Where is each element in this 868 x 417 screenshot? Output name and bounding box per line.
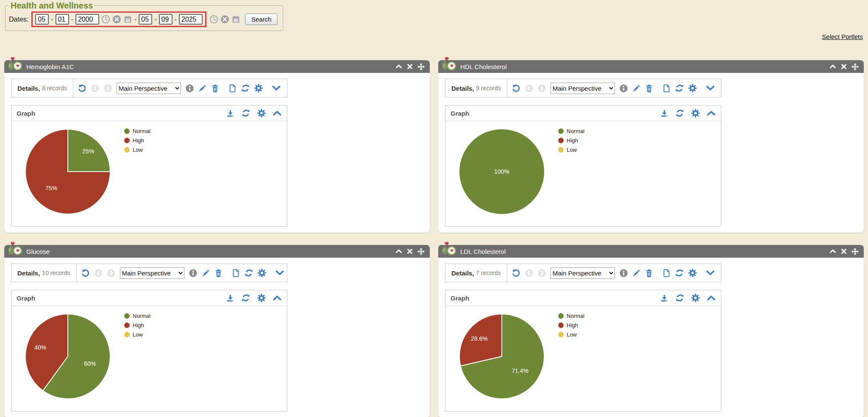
info-icon[interactable]	[619, 269, 628, 278]
new-document-icon[interactable]	[231, 269, 240, 278]
download-icon[interactable]	[226, 294, 235, 303]
new-document-icon[interactable]	[662, 84, 671, 93]
graph-refresh-icon[interactable]	[241, 293, 250, 303]
delete-icon[interactable]	[211, 84, 220, 93]
settings-icon[interactable]	[688, 83, 697, 93]
collapse-details-icon[interactable]	[272, 84, 281, 92]
window-controls	[829, 63, 859, 70]
settings-icon[interactable]	[254, 83, 263, 93]
edit-icon[interactable]	[201, 269, 210, 278]
close-portlet-icon[interactable]	[407, 248, 413, 254]
chart-legend: NormalHighLow	[558, 128, 584, 153]
legend-color-dot	[558, 313, 564, 319]
prev-page-icon[interactable]	[91, 84, 100, 93]
graph-collapse-icon[interactable]	[707, 294, 716, 302]
graph-settings-icon[interactable]	[257, 293, 266, 303]
settings-icon[interactable]	[688, 268, 697, 278]
undo-icon[interactable]	[81, 268, 90, 278]
new-document-icon[interactable]	[662, 269, 671, 278]
from-month-input[interactable]	[35, 14, 49, 25]
edit-icon[interactable]	[632, 84, 641, 93]
legend-item-normal: Normal	[558, 313, 584, 319]
info-icon[interactable]	[619, 84, 628, 93]
next-page-icon[interactable]	[107, 269, 116, 278]
to-day-input[interactable]	[159, 14, 172, 25]
portlet-header[interactable]: HDL Cholesterol	[438, 60, 864, 73]
undo-icon[interactable]	[78, 83, 87, 93]
graph-collapse-icon[interactable]	[273, 109, 282, 117]
collapse-portlet-icon[interactable]	[395, 64, 402, 70]
perspective-select[interactable]: Main Perspective	[120, 267, 184, 279]
graph-settings-icon[interactable]	[691, 293, 700, 303]
to-year-input[interactable]	[179, 14, 203, 25]
from-clear-icon[interactable]	[112, 15, 121, 24]
perspective-select[interactable]: Main Perspective	[551, 83, 615, 94]
from-calendar-icon[interactable]	[123, 15, 132, 24]
collapse-details-icon[interactable]	[706, 269, 715, 277]
delete-icon[interactable]	[645, 269, 654, 278]
info-icon[interactable]	[189, 269, 198, 278]
graph-settings-icon[interactable]	[691, 108, 700, 118]
next-page-icon[interactable]	[537, 269, 546, 278]
refresh-icon[interactable]	[241, 83, 250, 93]
from-time-icon[interactable]	[101, 15, 110, 24]
collapse-portlet-icon[interactable]	[395, 248, 402, 254]
prev-page-icon[interactable]	[525, 84, 534, 93]
collapse-portlet-icon[interactable]	[829, 64, 836, 70]
graph-refresh-icon[interactable]	[241, 108, 250, 118]
delete-icon[interactable]	[645, 84, 654, 93]
collapse-portlet-icon[interactable]	[829, 248, 836, 254]
undo-icon[interactable]	[512, 83, 521, 93]
edit-icon[interactable]	[198, 84, 207, 93]
close-portlet-icon[interactable]	[407, 64, 413, 70]
move-portlet-icon[interactable]	[851, 63, 859, 70]
graph-collapse-icon[interactable]	[273, 294, 282, 302]
to-month-input[interactable]	[139, 14, 152, 25]
download-icon[interactable]	[660, 109, 669, 118]
close-portlet-icon[interactable]	[841, 64, 847, 70]
next-page-icon[interactable]	[537, 84, 546, 93]
graph-settings-icon[interactable]	[257, 108, 266, 118]
refresh-icon[interactable]	[244, 268, 253, 278]
collapse-details-icon[interactable]	[275, 269, 284, 277]
refresh-icon[interactable]	[675, 83, 684, 93]
details-word: Details,	[17, 270, 40, 277]
next-page-icon[interactable]	[103, 84, 112, 93]
prev-page-icon[interactable]	[94, 269, 103, 278]
new-document-icon[interactable]	[228, 84, 237, 93]
portlet-header[interactable]: LDL Cholesterol	[438, 245, 864, 258]
graph-collapse-icon[interactable]	[707, 109, 716, 117]
move-portlet-icon[interactable]	[851, 248, 859, 255]
collapse-details-icon[interactable]	[706, 84, 715, 92]
search-button[interactable]: Search	[245, 14, 278, 25]
close-portlet-icon[interactable]	[841, 248, 847, 254]
delete-icon[interactable]	[214, 269, 223, 278]
portlet-body: Details, 9 records Main Perspective	[438, 73, 864, 233]
edit-icon[interactable]	[632, 269, 641, 278]
settings-icon[interactable]	[257, 268, 267, 278]
prev-page-icon[interactable]	[525, 269, 534, 278]
perspective-select[interactable]: Main Perspective	[117, 83, 181, 94]
move-portlet-icon[interactable]	[417, 63, 425, 70]
details-toolbar: Details, 10 records Main Perspective	[11, 264, 287, 282]
portlet-header[interactable]: Hemoglobin A1C	[4, 60, 430, 73]
select-portlets-link[interactable]: Select Portlets	[822, 33, 863, 40]
from-year-input[interactable]	[75, 14, 99, 25]
graph-refresh-icon[interactable]	[675, 293, 684, 303]
info-icon[interactable]	[185, 84, 194, 93]
from-day-input[interactable]	[56, 14, 69, 25]
legend-color-dot	[124, 147, 130, 153]
move-portlet-icon[interactable]	[417, 248, 425, 255]
to-time-icon[interactable]	[209, 15, 218, 24]
date-separator: -	[71, 16, 73, 23]
portlet-header[interactable]: Glucose	[4, 245, 430, 258]
undo-icon[interactable]	[512, 268, 521, 278]
graph-panel: Graph	[11, 105, 287, 227]
download-icon[interactable]	[226, 109, 235, 118]
graph-refresh-icon[interactable]	[675, 108, 684, 118]
download-icon[interactable]	[660, 294, 669, 303]
to-clear-icon[interactable]	[220, 15, 229, 24]
perspective-select[interactable]: Main Perspective	[551, 267, 615, 279]
refresh-icon[interactable]	[675, 268, 684, 278]
to-calendar-icon[interactable]	[231, 15, 240, 24]
